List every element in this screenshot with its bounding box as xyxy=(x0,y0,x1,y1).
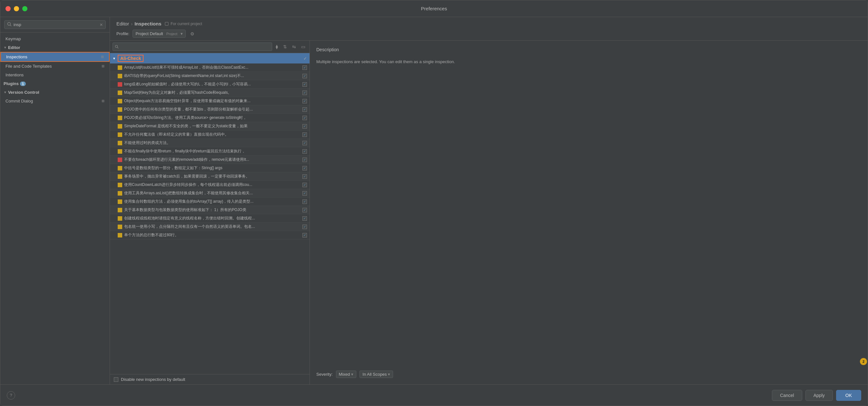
sidebar-item-file-code-templates[interactable]: File and Code Templates ⊞ xyxy=(0,62,110,71)
sidebar-section-plugins[interactable]: Plugins 1 xyxy=(0,79,110,88)
inspections-label: Inspections xyxy=(6,55,27,59)
help-button[interactable]: ? xyxy=(7,391,15,400)
severity-select[interactable]: Mixed ▾ xyxy=(336,371,356,378)
item-checkbox[interactable] xyxy=(303,141,307,145)
item-checkbox[interactable] xyxy=(303,74,307,78)
disable-row-label: Disable new inspections by default xyxy=(121,377,185,382)
traffic-lights xyxy=(5,6,27,11)
group-checkmark-icon: ✓ xyxy=(303,56,307,61)
severity-color-icon xyxy=(118,132,122,137)
layout-button[interactable]: ▭ xyxy=(300,43,307,50)
maximize-button[interactable] xyxy=(22,6,27,11)
minimize-button[interactable] xyxy=(14,6,19,11)
tree-item-text: 中括号是数组类型的一部分，数组定义如下：String[] args xyxy=(124,165,301,171)
svg-point-0 xyxy=(8,23,11,26)
tree-item-text: Object的equals方法容易抛空指针异常，应使用常量或确定有值的对象来..… xyxy=(124,98,301,104)
copy-icon-2: ⊞ xyxy=(101,64,104,68)
tree-item: Object的equals方法容易抛空指针异常，应使用常量或确定有值的对象来..… xyxy=(110,97,310,105)
item-checkbox[interactable] xyxy=(303,183,307,187)
item-checkbox[interactable] xyxy=(303,199,307,204)
tree-item-text: 使用集合转数组的方法，必须使用集合的toArray(T[] array)，传入的… xyxy=(124,199,301,204)
filter-button[interactable]: ⧫ xyxy=(274,43,280,50)
triangle-vcs-icon: ▼ xyxy=(4,91,7,94)
item-checkbox[interactable] xyxy=(303,99,307,103)
expand-all-button[interactable]: ⇅ xyxy=(281,43,288,50)
tree-item-text: 单个方法的总行数不超过80行。 xyxy=(124,232,301,238)
item-checkbox[interactable] xyxy=(303,158,307,162)
profile-select[interactable]: Project Default Project ▾ xyxy=(132,30,186,38)
sidebar-item-intentions[interactable]: Intentions xyxy=(0,71,110,79)
severity-color-icon xyxy=(118,174,122,179)
for-current-project: For current project xyxy=(165,22,202,26)
item-checkbox[interactable] xyxy=(303,82,307,87)
list-search[interactable] xyxy=(113,42,272,51)
disable-row: Disable new inspections by default xyxy=(110,374,310,384)
inspection-items-container: ArrayList的subList结果不可强转成ArrayList，否则会抛出C… xyxy=(110,64,310,239)
tree-item: 不能使用过时的类或方法。 xyxy=(110,139,310,147)
gear-button[interactable]: ⚙ xyxy=(189,30,196,38)
search-input[interactable] xyxy=(13,22,98,27)
item-checkbox[interactable] xyxy=(303,124,307,129)
search-wrapper: ✕ xyxy=(4,20,106,29)
tree-item-text: long或者Long初始赋值时，必须使用大写的L，不能是小写的l，小写容易... xyxy=(124,81,301,87)
preferences-window: Preferences ✕ xyxy=(0,0,868,406)
tree-item: Map/Set的key为自定义对象时，必须重写hashCode和equals。 xyxy=(110,89,310,97)
bottom-buttons: Cancel Apply OK xyxy=(772,390,861,401)
tree-group-header[interactable]: ▼ Ali-Check ✓ xyxy=(110,53,310,64)
item-checkbox[interactable] xyxy=(303,191,307,196)
tree-item-text: Map/Set的key为自定义对象时，必须重写hashCode和equals。 xyxy=(124,90,301,95)
severity-color-icon xyxy=(118,225,122,229)
item-checkbox[interactable] xyxy=(303,208,307,212)
sidebar: ✕ Keymap ▼ Editor Inspections ⊞ xyxy=(0,17,110,384)
sidebar-item-keymap[interactable]: Keymap xyxy=(0,34,110,43)
breadcrumb-parent: Editor xyxy=(116,21,129,26)
clear-search-icon[interactable]: ✕ xyxy=(100,23,103,27)
item-checkbox[interactable] xyxy=(303,233,307,237)
sidebar-item-inspections[interactable]: Inspections ⊞ xyxy=(0,52,110,62)
profile-label: Profile: xyxy=(116,31,129,36)
commit-dialog-label: Commit Dialog xyxy=(5,99,33,103)
sidebar-item-commit-dialog[interactable]: Commit Dialog ⊞ xyxy=(0,97,110,105)
severity-color-icon xyxy=(118,149,122,154)
cancel-button[interactable]: Cancel xyxy=(772,390,802,401)
keymap-label: Keymap xyxy=(5,36,21,41)
close-button[interactable] xyxy=(5,6,11,11)
sidebar-section-vcs[interactable]: ▼ Version Control xyxy=(0,88,110,97)
svg-line-4 xyxy=(117,47,118,48)
severity-color-icon xyxy=(118,99,122,103)
profile-row: Profile: Project Default Project ▾ ⚙ xyxy=(116,30,861,38)
tree-item: 不能在finally块中使用return，finally块中的return返回后… xyxy=(110,147,310,156)
item-checkbox[interactable] xyxy=(303,166,307,170)
tree-item: 创建线程或线程池时请指定有意义的线程名称，方便出错时回溯。创建线程... xyxy=(110,214,310,223)
severity-color-icon xyxy=(118,166,122,170)
copy-icon-3: ⊞ xyxy=(101,99,104,103)
ok-button[interactable]: OK xyxy=(836,390,861,401)
item-checkbox[interactable] xyxy=(303,225,307,229)
severity-color-icon xyxy=(118,216,122,221)
disable-checkbox[interactable] xyxy=(114,377,118,382)
severity-row: Severity: Mixed ▾ In All Scopes ▾ xyxy=(316,371,861,378)
tree-item-text: 事务场景中，抛出异常被catch后，如果需要回滚，一定要手动回滚事务。 xyxy=(124,174,301,179)
item-checkbox[interactable] xyxy=(303,116,307,120)
breadcrumb-separator: › xyxy=(131,21,132,26)
item-checkbox[interactable] xyxy=(303,91,307,95)
sidebar-section-editor[interactable]: ▼ Editor xyxy=(0,43,110,52)
breadcrumb: Editor › Inspections For current project xyxy=(116,21,861,26)
item-checkbox[interactable] xyxy=(303,107,307,112)
chevron-down-icon: ▾ xyxy=(181,31,183,36)
item-checkbox[interactable] xyxy=(303,216,307,221)
collapse-button[interactable]: ⇆ xyxy=(290,43,298,50)
item-checkbox[interactable] xyxy=(303,149,307,154)
tree-item: 关于基本数据类型与包装数据类型的使用标准如下： 1）所有的POJO类 xyxy=(110,206,310,214)
tree-item-text: POJO类必须写toString方法。使用工具类source> generate… xyxy=(124,115,301,121)
item-checkbox[interactable] xyxy=(303,65,307,70)
tree-item-text: 不允许任何魔法值（即未经定义的常量）直接出现在代码中。 xyxy=(124,132,301,137)
bottom-bar: ? Cancel Apply OK xyxy=(0,384,868,406)
apply-button[interactable]: Apply xyxy=(805,390,833,401)
tree-item-text: 不能使用过时的类或方法。 xyxy=(124,140,301,146)
scope-select[interactable]: In All Scopes ▾ xyxy=(360,371,393,378)
item-checkbox[interactable] xyxy=(303,174,307,179)
severity-color-icon xyxy=(118,191,122,196)
item-checkbox[interactable] xyxy=(303,132,307,137)
tree-item: 使用集合转数组的方法，必须使用集合的toArray(T[] array)，传入的… xyxy=(110,198,310,206)
